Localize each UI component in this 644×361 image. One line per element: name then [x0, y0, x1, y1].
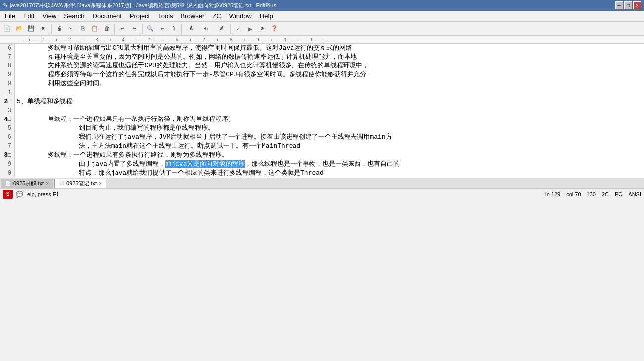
menu-view[interactable]: View [38, 11, 60, 21]
editor-line-9: 由于java内置了多线程编程，而java又是面向对象的程序，那么线程也是一个事物… [17, 160, 642, 169]
window-title: java201707\中软JAVA课件\ [Java课程体系2017版] - J… [10, 2, 276, 9]
replace-button[interactable]: ↔ [157, 23, 168, 34]
status-ln: In 129 [545, 191, 561, 197]
goto-button[interactable]: ⤵ [169, 23, 179, 34]
open-button[interactable]: 📂 [14, 23, 25, 34]
font-size-button[interactable]: Hx [199, 23, 213, 34]
ruler-text: ----+----1----+----2----+----3----+----4… [17, 37, 337, 42]
run-button[interactable]: ▶ [245, 23, 256, 34]
status-col: col 70 [566, 191, 581, 197]
editor-line-7: 互连环境是至关重要的，因为空闲时间是公共的。例如，网络的数据传输速率远低于计算机… [17, 53, 642, 61]
tab-label: 0925笔记.txt [66, 180, 97, 187]
toolbar: 📄 📂 💾 ✖ 🖨 ✂ ⎘ 📋 🗑 ↩ ↪ 🔍 ↔ ⤵ A Hx W ✓ ▶ ⚙… [0, 22, 644, 36]
undo-button[interactable]: ↩ [117, 23, 128, 34]
menu-search[interactable]: Search [60, 11, 88, 21]
editor-line-9: 程序必须等待每一个这样的任务完成以后才能执行下一步-尽管CPU有很多空闲时间。多… [17, 70, 642, 79]
close-file-button[interactable]: ✖ [38, 23, 49, 34]
editor-line-8: 多线程：一个进程如果有多条执行行路径，则称为多线程程序。 [17, 151, 642, 160]
menu-browser[interactable]: Browser [177, 11, 209, 21]
editor-line-7: 法，主方法main就在这个主线程上运行。断点调试一下。有一个MainThread [17, 142, 642, 151]
editor-line-6: 我们现在运行了java程序，JVM启动就相当于启动了一个进程。接着由该进程创建了… [17, 133, 642, 142]
sep2 [114, 24, 115, 34]
menu-document[interactable]: Document [89, 11, 126, 21]
highlighted-text: 而java又是面向对象的程序 [165, 160, 245, 168]
config-button[interactable]: ⚙ [257, 23, 268, 34]
close-button[interactable]: × [633, 1, 641, 9]
new-button[interactable]: 📄 [2, 23, 13, 34]
menu-project[interactable]: Project [126, 11, 154, 21]
status-mode2: PC [615, 191, 622, 197]
syntax-check-button[interactable]: ✓ [233, 23, 244, 34]
title-bar-left: ✎ java201707\中软JAVA课件\ [Java课程体系2017版] -… [3, 2, 276, 9]
status-num: 130 [587, 191, 596, 197]
status-help: elp, press F1 [27, 191, 59, 197]
tab-close-button[interactable]: × [99, 181, 102, 186]
status-icons: S 💬 [3, 190, 23, 199]
copy-button[interactable]: ⎘ [77, 23, 88, 34]
tab-0925---txt[interactable]: 📄0925笔记.txt× [54, 179, 106, 188]
ruler: ----+----1----+----2----+----3----+----4… [0, 36, 644, 44]
sep5 [230, 24, 231, 34]
editor-line-4: 单线程：一个进程如果只有一条执行行路径，则称为单线程程序。 [17, 115, 642, 124]
maximize-button[interactable]: □ [624, 1, 632, 9]
menu-file[interactable]: File [1, 11, 19, 21]
status-right: In 129 col 70 130 2C PC ANSI [545, 191, 641, 197]
redo-button[interactable]: ↪ [129, 23, 140, 34]
editor-line-8: 文件系统资源的读写速度也远低于CPU的处理能力。当然，用户输入也比计算机慢很多。… [17, 61, 642, 70]
line-numbers: 6789012□34□5678□90 [0, 44, 15, 178]
menu-edit[interactable]: Edit [19, 11, 38, 21]
title-bar: ✎ java201707\中软JAVA课件\ [Java课程体系2017版] -… [0, 0, 644, 11]
cut-button[interactable]: ✂ [65, 23, 76, 34]
status-logo2: 💬 [16, 191, 23, 198]
menu-bar: File Edit View Search Document Project T… [0, 11, 644, 22]
editor-content[interactable]: 多线程可帮助你编写出CPU最大利用率的高效程序，使得空闲时间保持最低。这对Jav… [15, 44, 644, 178]
editor-line-3 [17, 106, 642, 115]
menu-tools[interactable]: Tools [154, 11, 176, 21]
status-encoding: ANSI [628, 191, 641, 197]
tab-bar: 📄0925讲解.txt×📄0925笔记.txt× [0, 178, 644, 188]
title-bar-controls[interactable]: ─ □ × [615, 1, 641, 9]
menu-zc[interactable]: ZC [208, 11, 225, 21]
editor-line-1 [17, 88, 642, 97]
save-button[interactable]: 💾 [26, 23, 37, 34]
tab-close-button[interactable]: × [46, 181, 49, 186]
font-button[interactable]: A [184, 23, 198, 34]
tab-icon: 📄 [5, 181, 11, 186]
editor-line-2: 5、单线程和多线程 [17, 97, 642, 106]
menu-window[interactable]: Window [225, 11, 256, 21]
delete-button[interactable]: 🗑 [101, 23, 112, 34]
word-wrap-button[interactable]: W [214, 23, 228, 34]
editor-area[interactable]: 6789012□34□5678□90 多线程可帮助你编写出CPU最大利用率的高效… [0, 44, 644, 178]
status-bar: S 💬 elp, press F1 In 129 col 70 130 2C P… [0, 188, 644, 199]
sep1 [51, 24, 52, 34]
app-icon: ✎ [3, 2, 8, 9]
editor-line-5: 到目前为止，我们编写的程序都是单线程程序。 [17, 124, 642, 133]
paste-button[interactable]: 📋 [89, 23, 100, 34]
editor-line-6: 多线程可帮助你编写出CPU最大利用率的高效程序，使得空闲时间保持最低。这对Jav… [17, 44, 642, 53]
search-button[interactable]: 🔍 [145, 23, 156, 34]
tab-0925---txt[interactable]: 📄0925讲解.txt× [1, 179, 53, 188]
status-mode1: 2C [602, 191, 609, 197]
tab-icon: 📄 [59, 181, 64, 186]
minimize-button[interactable]: ─ [615, 1, 623, 9]
help-toolbar-button[interactable]: ❓ [269, 23, 280, 34]
print-button[interactable]: 🖨 [54, 23, 64, 34]
status-logo: S [3, 190, 13, 199]
sep4 [181, 24, 182, 34]
editor-line-0: 利用这些空闲时间。 [17, 79, 642, 88]
menu-help[interactable]: Help [256, 11, 277, 21]
status-left: S 💬 elp, press F1 [3, 190, 59, 199]
editor-line-0: 特点，那么java就给我们提供了一个相应的类来进行多线程编程，这个类就是Thre… [17, 169, 642, 178]
sep3 [142, 24, 143, 34]
tab-label: 0925讲解.txt [13, 180, 44, 187]
